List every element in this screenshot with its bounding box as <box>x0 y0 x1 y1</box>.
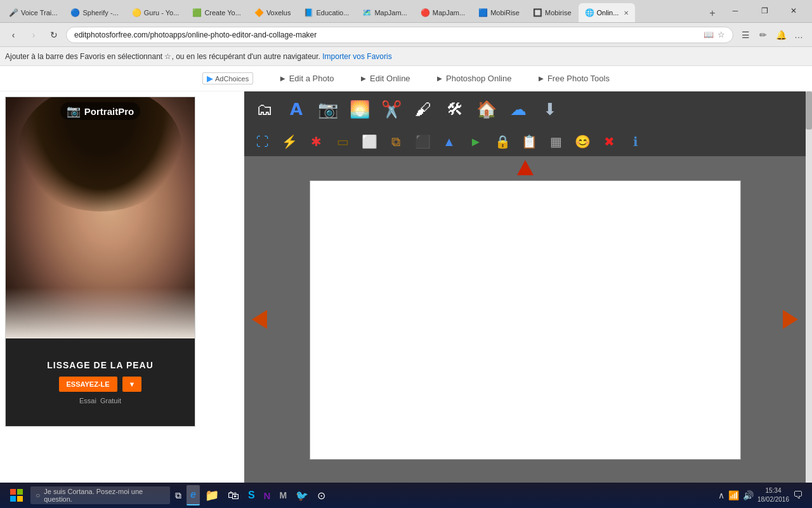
editor-area: 🗂𝗔📷🌅✂️🖌🛠🏠☁⬇ ⛶⚡✱▭⬜⧉⬛▲►🔒📋▦😊✖ℹ <box>244 91 806 483</box>
browser-tab-tab-8[interactable]: 🔴MapJam... <box>414 3 471 22</box>
json-icon[interactable]: 🗂 <box>251 95 278 123</box>
canvas-nav-left[interactable] <box>251 309 268 330</box>
close-button[interactable]: ✕ <box>780 2 807 20</box>
camera-icon[interactable]: 📷 <box>314 95 342 123</box>
taskbar-onenote[interactable]: N <box>260 485 275 505</box>
tray-expand[interactable]: ∧ <box>718 490 724 500</box>
taskbar-skype[interactable]: S <box>244 485 259 505</box>
browser-tab-tab-4[interactable]: 🟩Create Yo... <box>186 3 247 22</box>
ad-choices[interactable]: ▶ AdChoices <box>202 72 253 84</box>
ad-cta-essayez[interactable]: ESSAYEZ-LE <box>59 377 117 392</box>
share-button[interactable]: 🔔 <box>773 27 789 43</box>
home-icon[interactable]: 🏠 <box>473 95 501 123</box>
lock-icon[interactable]: 🔒 <box>490 130 514 154</box>
toolbar-row-2: ⛶⚡✱▭⬜⧉⬛▲►🔒📋▦😊✖ℹ <box>244 127 806 156</box>
clock[interactable]: 15:34 18/02/2016 <box>757 486 789 504</box>
new-tab-button[interactable]: + <box>704 4 721 22</box>
browser-tab-tab-9[interactable]: 🟦MobiRise <box>472 3 526 22</box>
favorite-icon[interactable]: ☆ <box>717 30 725 39</box>
layer-icon[interactable]: ⬛ <box>410 130 435 154</box>
tools-icon[interactable]: 🛠 <box>441 95 469 123</box>
nav-item-0[interactable]: ► Edit a Photo <box>278 74 334 83</box>
close-icon[interactable]: ✖ <box>597 130 621 154</box>
nav-menu: ▶ AdChoices ► Edit a Photo► Edit Online►… <box>0 66 812 91</box>
browser-tab-tab-7[interactable]: 🗺️MapJam... <box>356 3 413 22</box>
address-bar-row: ‹ › ↻ editphotosforfree.com/photoapps/on… <box>0 23 812 47</box>
import-favorites-link[interactable]: Importer vos Favoris <box>322 52 391 61</box>
canvas-wrapper <box>244 156 806 483</box>
taskbar-explorer[interactable]: 📁 <box>201 485 223 505</box>
refresh-button[interactable]: ↻ <box>46 27 62 43</box>
url-text: editphotosforfree.com/photoapps/online-p… <box>74 30 704 39</box>
restore-button[interactable]: ❐ <box>751 2 778 20</box>
transform-icon[interactable]: ⬜ <box>357 130 381 154</box>
taskbar-twitter[interactable]: 🐦 <box>292 485 312 505</box>
scrollbar[interactable] <box>806 91 812 483</box>
main-area: 📷 PortraitPro LISSAGE DE LA PEAU ESSAYEZ… <box>0 91 812 483</box>
ad-photo: 📷 PortraitPro <box>6 97 195 338</box>
taskbar-edge[interactable]: e <box>187 485 200 505</box>
copy-icon[interactable]: 📋 <box>517 130 541 154</box>
browser-tab-tab-3[interactable]: 🟡Guru - Yo... <box>126 3 186 22</box>
browser-tab-tab-2[interactable]: 🔵Spherify -... <box>64 3 124 22</box>
text-icon[interactable]: 𝗔 <box>282 95 310 123</box>
info-icon[interactable]: ℹ <box>624 130 648 154</box>
toolbar-row-1: 🗂𝗔📷🌅✂️🖌🛠🏠☁⬇ <box>244 91 806 127</box>
ad-cta3: Essai <box>79 397 96 404</box>
notification-icon[interactable]: 🗨 <box>793 490 803 501</box>
canvas-nav-right[interactable] <box>782 309 799 330</box>
ad-cta-arrow[interactable]: ▼ <box>122 377 142 392</box>
browser-tab-tab-10[interactable]: 🔲Mobirise <box>527 3 578 22</box>
back-button[interactable]: ‹ <box>5 27 22 43</box>
cortana-search[interactable]: ○ Je suis Cortana. Posez-moi une questio… <box>30 486 170 504</box>
scissors-icon[interactable]: ✂️ <box>377 95 405 123</box>
fit-icon[interactable]: ⛶ <box>251 130 275 154</box>
tab-bar: 🎤Voice Trai...🔵Spherify -...🟡Guru - Yo..… <box>0 0 812 23</box>
send-icon[interactable]: ► <box>464 130 488 154</box>
taskbar-store[interactable]: 🛍 <box>224 485 243 505</box>
select-icon[interactable]: ▦ <box>544 130 568 154</box>
rect-icon[interactable]: ▭ <box>331 130 355 154</box>
eraser-icon[interactable]: ✱ <box>304 130 328 154</box>
cloud-down-icon[interactable]: ⬇ <box>536 95 564 123</box>
merge-icon[interactable]: ⧉ <box>384 130 408 154</box>
forward-button[interactable]: › <box>25 27 42 43</box>
tab-close-tab-11[interactable]: ✕ <box>624 10 629 17</box>
more-button[interactable]: … <box>790 27 807 43</box>
browser-tab-tab-5[interactable]: 🔶Voxelus <box>248 3 298 22</box>
browser-tab-tab-1[interactable]: 🎤Voice Trai... <box>3 3 63 22</box>
favorites-bar: Ajouter à la barre des Favoris en sélect… <box>0 47 812 66</box>
address-bar[interactable]: editphotosforfree.com/photoapps/online-p… <box>66 27 733 43</box>
canvas-nav-top[interactable] <box>516 159 535 177</box>
navigate-icon[interactable]: ▲ <box>437 130 461 154</box>
browser-tab-tab-11[interactable]: 🌐Onlin...✕ <box>579 3 636 22</box>
minimize-button[interactable]: ─ <box>722 2 749 20</box>
nav-item-2[interactable]: ► Photoshop Online <box>436 74 512 83</box>
reader-icon[interactable]: 📖 <box>704 30 714 39</box>
ad-sidebar: 📷 PortraitPro LISSAGE DE LA PEAU ESSAYEZ… <box>0 91 244 483</box>
web-note-button[interactable]: ✏ <box>755 27 771 43</box>
emoji-icon[interactable]: 😊 <box>570 130 594 154</box>
scrollbar-thumb[interactable] <box>806 91 812 130</box>
task-view-button[interactable]: ⧉ <box>171 485 185 505</box>
start-button[interactable] <box>4 485 29 505</box>
cloud-up-icon[interactable]: ☁ <box>504 95 532 123</box>
taskbar-chrome[interactable]: ⊙ <box>313 485 329 505</box>
hub-button[interactable]: ☰ <box>737 27 754 43</box>
system-tray: ∧ 📶 🔊 15:34 18/02/2016 🗨 <box>718 486 808 504</box>
ad-bottom: LISSAGE DE LA PEAU ESSAYEZ-LE ▼ Essai Gr… <box>6 338 195 426</box>
taskbar-ms[interactable]: M <box>275 485 291 505</box>
volume-icon[interactable]: 🔊 <box>743 490 754 500</box>
paint-icon[interactable]: 🖌 <box>409 95 437 123</box>
browser-tab-tab-6[interactable]: 📘Educatio... <box>298 3 355 22</box>
ad-choices-label: AdChoices <box>215 75 249 83</box>
ad-banner: 📷 PortraitPro LISSAGE DE LA PEAU ESSAYEZ… <box>5 97 195 427</box>
landscape-icon[interactable]: 🌅 <box>346 95 374 123</box>
search-placeholder: Je suis Cortana. Posez-moi une question. <box>44 488 165 503</box>
nav-item-3[interactable]: ► Free Photo Tools <box>537 74 610 83</box>
flash-icon[interactable]: ⚡ <box>277 130 301 154</box>
ad-choices-icon: ▶ <box>207 74 213 83</box>
network-icon[interactable]: 📶 <box>728 490 739 500</box>
search-icon: ○ <box>36 491 40 500</box>
nav-item-1[interactable]: ► Edit Online <box>360 74 410 83</box>
